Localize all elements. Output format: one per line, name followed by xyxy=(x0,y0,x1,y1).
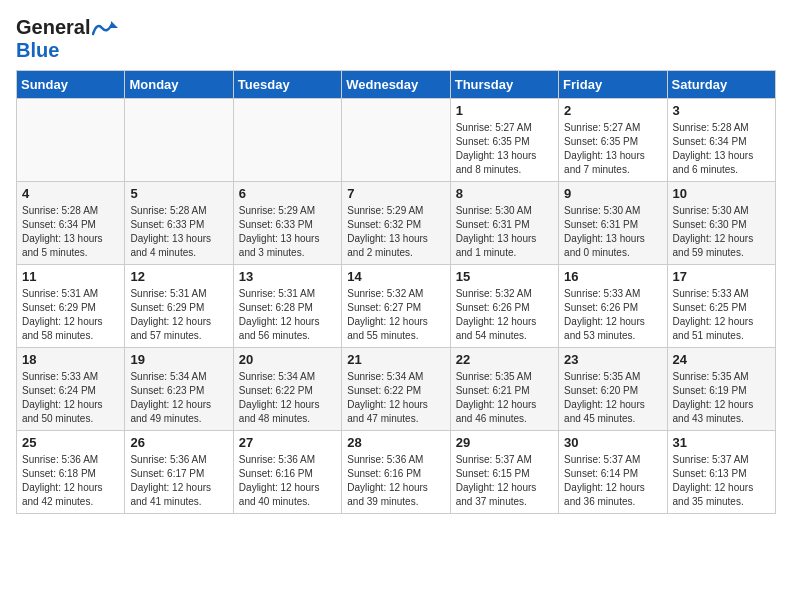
logo-blue-text: Blue xyxy=(16,39,59,62)
calendar-cell: 23Sunrise: 5:35 AM Sunset: 6:20 PM Dayli… xyxy=(559,348,667,431)
calendar-cell xyxy=(125,99,233,182)
day-info: Sunrise: 5:35 AM Sunset: 6:20 PM Dayligh… xyxy=(564,370,661,426)
day-number: 23 xyxy=(564,352,661,367)
calendar-header-row: SundayMondayTuesdayWednesdayThursdayFrid… xyxy=(17,71,776,99)
calendar-cell: 7Sunrise: 5:29 AM Sunset: 6:32 PM Daylig… xyxy=(342,182,450,265)
page-header: General Blue xyxy=(16,16,776,62)
day-info: Sunrise: 5:30 AM Sunset: 6:30 PM Dayligh… xyxy=(673,204,770,260)
calendar-cell: 26Sunrise: 5:36 AM Sunset: 6:17 PM Dayli… xyxy=(125,431,233,514)
calendar-cell: 30Sunrise: 5:37 AM Sunset: 6:14 PM Dayli… xyxy=(559,431,667,514)
day-number: 12 xyxy=(130,269,227,284)
logo-general-text: General xyxy=(16,16,90,39)
day-number: 18 xyxy=(22,352,119,367)
calendar-cell: 13Sunrise: 5:31 AM Sunset: 6:28 PM Dayli… xyxy=(233,265,341,348)
calendar-cell: 2Sunrise: 5:27 AM Sunset: 6:35 PM Daylig… xyxy=(559,99,667,182)
calendar-cell: 24Sunrise: 5:35 AM Sunset: 6:19 PM Dayli… xyxy=(667,348,775,431)
day-info: Sunrise: 5:36 AM Sunset: 6:16 PM Dayligh… xyxy=(239,453,336,509)
day-info: Sunrise: 5:35 AM Sunset: 6:19 PM Dayligh… xyxy=(673,370,770,426)
day-info: Sunrise: 5:32 AM Sunset: 6:26 PM Dayligh… xyxy=(456,287,553,343)
day-number: 29 xyxy=(456,435,553,450)
day-info: Sunrise: 5:33 AM Sunset: 6:24 PM Dayligh… xyxy=(22,370,119,426)
weekday-header-thursday: Thursday xyxy=(450,71,558,99)
day-info: Sunrise: 5:36 AM Sunset: 6:16 PM Dayligh… xyxy=(347,453,444,509)
day-info: Sunrise: 5:35 AM Sunset: 6:21 PM Dayligh… xyxy=(456,370,553,426)
calendar-cell: 6Sunrise: 5:29 AM Sunset: 6:33 PM Daylig… xyxy=(233,182,341,265)
day-number: 20 xyxy=(239,352,336,367)
calendar-cell: 8Sunrise: 5:30 AM Sunset: 6:31 PM Daylig… xyxy=(450,182,558,265)
day-number: 2 xyxy=(564,103,661,118)
calendar-cell: 4Sunrise: 5:28 AM Sunset: 6:34 PM Daylig… xyxy=(17,182,125,265)
calendar-cell: 9Sunrise: 5:30 AM Sunset: 6:31 PM Daylig… xyxy=(559,182,667,265)
weekday-header-tuesday: Tuesday xyxy=(233,71,341,99)
calendar-cell: 18Sunrise: 5:33 AM Sunset: 6:24 PM Dayli… xyxy=(17,348,125,431)
day-info: Sunrise: 5:33 AM Sunset: 6:26 PM Dayligh… xyxy=(564,287,661,343)
calendar-cell: 10Sunrise: 5:30 AM Sunset: 6:30 PM Dayli… xyxy=(667,182,775,265)
calendar-week-1: 1Sunrise: 5:27 AM Sunset: 6:35 PM Daylig… xyxy=(17,99,776,182)
day-info: Sunrise: 5:27 AM Sunset: 6:35 PM Dayligh… xyxy=(564,121,661,177)
day-number: 3 xyxy=(673,103,770,118)
day-number: 21 xyxy=(347,352,444,367)
calendar-cell: 11Sunrise: 5:31 AM Sunset: 6:29 PM Dayli… xyxy=(17,265,125,348)
weekday-header-wednesday: Wednesday xyxy=(342,71,450,99)
day-info: Sunrise: 5:37 AM Sunset: 6:13 PM Dayligh… xyxy=(673,453,770,509)
day-number: 7 xyxy=(347,186,444,201)
day-info: Sunrise: 5:27 AM Sunset: 6:35 PM Dayligh… xyxy=(456,121,553,177)
weekday-header-monday: Monday xyxy=(125,71,233,99)
day-info: Sunrise: 5:30 AM Sunset: 6:31 PM Dayligh… xyxy=(564,204,661,260)
calendar-table: SundayMondayTuesdayWednesdayThursdayFrid… xyxy=(16,70,776,514)
logo-wave-icon xyxy=(92,19,118,37)
day-info: Sunrise: 5:31 AM Sunset: 6:29 PM Dayligh… xyxy=(22,287,119,343)
day-info: Sunrise: 5:28 AM Sunset: 6:34 PM Dayligh… xyxy=(22,204,119,260)
day-number: 10 xyxy=(673,186,770,201)
day-info: Sunrise: 5:34 AM Sunset: 6:22 PM Dayligh… xyxy=(239,370,336,426)
svg-marker-0 xyxy=(111,21,118,28)
calendar-cell: 28Sunrise: 5:36 AM Sunset: 6:16 PM Dayli… xyxy=(342,431,450,514)
day-number: 25 xyxy=(22,435,119,450)
calendar-cell: 21Sunrise: 5:34 AM Sunset: 6:22 PM Dayli… xyxy=(342,348,450,431)
day-info: Sunrise: 5:29 AM Sunset: 6:32 PM Dayligh… xyxy=(347,204,444,260)
calendar-cell: 29Sunrise: 5:37 AM Sunset: 6:15 PM Dayli… xyxy=(450,431,558,514)
day-info: Sunrise: 5:36 AM Sunset: 6:18 PM Dayligh… xyxy=(22,453,119,509)
day-number: 4 xyxy=(22,186,119,201)
day-info: Sunrise: 5:37 AM Sunset: 6:14 PM Dayligh… xyxy=(564,453,661,509)
calendar-week-2: 4Sunrise: 5:28 AM Sunset: 6:34 PM Daylig… xyxy=(17,182,776,265)
calendar-week-3: 11Sunrise: 5:31 AM Sunset: 6:29 PM Dayli… xyxy=(17,265,776,348)
day-info: Sunrise: 5:28 AM Sunset: 6:33 PM Dayligh… xyxy=(130,204,227,260)
calendar-cell: 15Sunrise: 5:32 AM Sunset: 6:26 PM Dayli… xyxy=(450,265,558,348)
calendar-cell: 20Sunrise: 5:34 AM Sunset: 6:22 PM Dayli… xyxy=(233,348,341,431)
day-number: 13 xyxy=(239,269,336,284)
day-info: Sunrise: 5:30 AM Sunset: 6:31 PM Dayligh… xyxy=(456,204,553,260)
day-number: 11 xyxy=(22,269,119,284)
logo: General Blue xyxy=(16,16,118,62)
calendar-cell: 5Sunrise: 5:28 AM Sunset: 6:33 PM Daylig… xyxy=(125,182,233,265)
day-number: 19 xyxy=(130,352,227,367)
day-number: 26 xyxy=(130,435,227,450)
calendar-cell: 31Sunrise: 5:37 AM Sunset: 6:13 PM Dayli… xyxy=(667,431,775,514)
day-number: 24 xyxy=(673,352,770,367)
calendar-cell: 16Sunrise: 5:33 AM Sunset: 6:26 PM Dayli… xyxy=(559,265,667,348)
day-number: 16 xyxy=(564,269,661,284)
calendar-cell: 1Sunrise: 5:27 AM Sunset: 6:35 PM Daylig… xyxy=(450,99,558,182)
day-number: 27 xyxy=(239,435,336,450)
day-number: 5 xyxy=(130,186,227,201)
calendar-cell: 19Sunrise: 5:34 AM Sunset: 6:23 PM Dayli… xyxy=(125,348,233,431)
day-number: 1 xyxy=(456,103,553,118)
day-info: Sunrise: 5:31 AM Sunset: 6:29 PM Dayligh… xyxy=(130,287,227,343)
day-number: 14 xyxy=(347,269,444,284)
day-number: 30 xyxy=(564,435,661,450)
calendar-cell xyxy=(233,99,341,182)
day-number: 9 xyxy=(564,186,661,201)
calendar-cell: 3Sunrise: 5:28 AM Sunset: 6:34 PM Daylig… xyxy=(667,99,775,182)
calendar-cell: 17Sunrise: 5:33 AM Sunset: 6:25 PM Dayli… xyxy=(667,265,775,348)
calendar-cell: 22Sunrise: 5:35 AM Sunset: 6:21 PM Dayli… xyxy=(450,348,558,431)
calendar-cell: 27Sunrise: 5:36 AM Sunset: 6:16 PM Dayli… xyxy=(233,431,341,514)
day-number: 6 xyxy=(239,186,336,201)
weekday-header-saturday: Saturday xyxy=(667,71,775,99)
day-number: 28 xyxy=(347,435,444,450)
day-info: Sunrise: 5:36 AM Sunset: 6:17 PM Dayligh… xyxy=(130,453,227,509)
calendar-cell: 14Sunrise: 5:32 AM Sunset: 6:27 PM Dayli… xyxy=(342,265,450,348)
weekday-header-friday: Friday xyxy=(559,71,667,99)
day-number: 15 xyxy=(456,269,553,284)
day-info: Sunrise: 5:28 AM Sunset: 6:34 PM Dayligh… xyxy=(673,121,770,177)
day-number: 31 xyxy=(673,435,770,450)
